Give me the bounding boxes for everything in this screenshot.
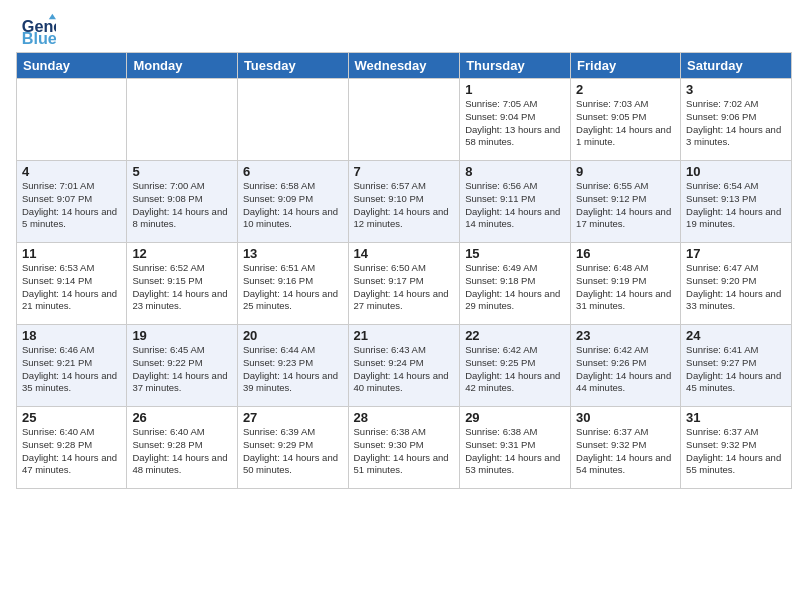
day-number: 28	[354, 410, 455, 425]
day-info: Sunrise: 6:37 AM Sunset: 9:32 PM Dayligh…	[686, 426, 786, 477]
day-number: 1	[465, 82, 565, 97]
day-info: Sunrise: 6:51 AM Sunset: 9:16 PM Dayligh…	[243, 262, 343, 313]
day-number: 31	[686, 410, 786, 425]
calendar-cell: 6Sunrise: 6:58 AM Sunset: 9:09 PM Daylig…	[237, 161, 348, 243]
day-number: 10	[686, 164, 786, 179]
calendar-cell: 16Sunrise: 6:48 AM Sunset: 9:19 PM Dayli…	[571, 243, 681, 325]
day-number: 7	[354, 164, 455, 179]
logo-icon: General Blue	[20, 12, 56, 48]
calendar-cell: 14Sunrise: 6:50 AM Sunset: 9:17 PM Dayli…	[348, 243, 460, 325]
week-row-4: 18Sunrise: 6:46 AM Sunset: 9:21 PM Dayli…	[17, 325, 792, 407]
day-info: Sunrise: 6:53 AM Sunset: 9:14 PM Dayligh…	[22, 262, 121, 313]
day-info: Sunrise: 7:05 AM Sunset: 9:04 PM Dayligh…	[465, 98, 565, 149]
weekday-header-tuesday: Tuesday	[237, 53, 348, 79]
day-info: Sunrise: 6:37 AM Sunset: 9:32 PM Dayligh…	[576, 426, 675, 477]
week-row-5: 25Sunrise: 6:40 AM Sunset: 9:28 PM Dayli…	[17, 407, 792, 489]
day-number: 2	[576, 82, 675, 97]
day-number: 23	[576, 328, 675, 343]
day-info: Sunrise: 6:55 AM Sunset: 9:12 PM Dayligh…	[576, 180, 675, 231]
weekday-header-sunday: Sunday	[17, 53, 127, 79]
calendar-cell: 18Sunrise: 6:46 AM Sunset: 9:21 PM Dayli…	[17, 325, 127, 407]
day-info: Sunrise: 6:52 AM Sunset: 9:15 PM Dayligh…	[132, 262, 232, 313]
day-info: Sunrise: 6:38 AM Sunset: 9:31 PM Dayligh…	[465, 426, 565, 477]
day-info: Sunrise: 6:43 AM Sunset: 9:24 PM Dayligh…	[354, 344, 455, 395]
day-info: Sunrise: 6:47 AM Sunset: 9:20 PM Dayligh…	[686, 262, 786, 313]
calendar-cell: 8Sunrise: 6:56 AM Sunset: 9:11 PM Daylig…	[460, 161, 571, 243]
day-info: Sunrise: 6:40 AM Sunset: 9:28 PM Dayligh…	[132, 426, 232, 477]
day-number: 16	[576, 246, 675, 261]
day-info: Sunrise: 6:42 AM Sunset: 9:25 PM Dayligh…	[465, 344, 565, 395]
calendar-cell: 21Sunrise: 6:43 AM Sunset: 9:24 PM Dayli…	[348, 325, 460, 407]
day-number: 25	[22, 410, 121, 425]
calendar-cell: 30Sunrise: 6:37 AM Sunset: 9:32 PM Dayli…	[571, 407, 681, 489]
calendar-cell	[348, 79, 460, 161]
day-number: 11	[22, 246, 121, 261]
day-info: Sunrise: 6:56 AM Sunset: 9:11 PM Dayligh…	[465, 180, 565, 231]
calendar-cell: 12Sunrise: 6:52 AM Sunset: 9:15 PM Dayli…	[127, 243, 238, 325]
day-info: Sunrise: 7:02 AM Sunset: 9:06 PM Dayligh…	[686, 98, 786, 149]
calendar-cell: 27Sunrise: 6:39 AM Sunset: 9:29 PM Dayli…	[237, 407, 348, 489]
day-number: 14	[354, 246, 455, 261]
calendar-cell: 26Sunrise: 6:40 AM Sunset: 9:28 PM Dayli…	[127, 407, 238, 489]
svg-text:Blue: Blue	[22, 29, 56, 47]
day-number: 9	[576, 164, 675, 179]
header: General Blue	[0, 0, 792, 52]
calendar-wrapper: SundayMondayTuesdayWednesdayThursdayFrid…	[0, 52, 792, 495]
calendar-cell: 9Sunrise: 6:55 AM Sunset: 9:12 PM Daylig…	[571, 161, 681, 243]
calendar-cell: 7Sunrise: 6:57 AM Sunset: 9:10 PM Daylig…	[348, 161, 460, 243]
calendar-cell: 19Sunrise: 6:45 AM Sunset: 9:22 PM Dayli…	[127, 325, 238, 407]
week-row-3: 11Sunrise: 6:53 AM Sunset: 9:14 PM Dayli…	[17, 243, 792, 325]
page-container: General Blue SundayMondayTuesdayWednesda…	[0, 0, 792, 495]
day-number: 3	[686, 82, 786, 97]
day-info: Sunrise: 7:03 AM Sunset: 9:05 PM Dayligh…	[576, 98, 675, 149]
day-info: Sunrise: 6:54 AM Sunset: 9:13 PM Dayligh…	[686, 180, 786, 231]
day-info: Sunrise: 6:39 AM Sunset: 9:29 PM Dayligh…	[243, 426, 343, 477]
calendar-cell	[127, 79, 238, 161]
weekday-header-saturday: Saturday	[681, 53, 792, 79]
day-number: 13	[243, 246, 343, 261]
calendar-cell: 13Sunrise: 6:51 AM Sunset: 9:16 PM Dayli…	[237, 243, 348, 325]
calendar-cell: 5Sunrise: 7:00 AM Sunset: 9:08 PM Daylig…	[127, 161, 238, 243]
logo: General Blue	[20, 12, 56, 48]
calendar-cell: 28Sunrise: 6:38 AM Sunset: 9:30 PM Dayli…	[348, 407, 460, 489]
calendar-cell: 22Sunrise: 6:42 AM Sunset: 9:25 PM Dayli…	[460, 325, 571, 407]
calendar-cell	[17, 79, 127, 161]
day-number: 24	[686, 328, 786, 343]
day-info: Sunrise: 6:50 AM Sunset: 9:17 PM Dayligh…	[354, 262, 455, 313]
calendar-cell: 1Sunrise: 7:05 AM Sunset: 9:04 PM Daylig…	[460, 79, 571, 161]
day-number: 27	[243, 410, 343, 425]
day-number: 15	[465, 246, 565, 261]
day-number: 22	[465, 328, 565, 343]
day-number: 5	[132, 164, 232, 179]
day-info: Sunrise: 6:38 AM Sunset: 9:30 PM Dayligh…	[354, 426, 455, 477]
day-number: 19	[132, 328, 232, 343]
day-number: 21	[354, 328, 455, 343]
day-number: 12	[132, 246, 232, 261]
calendar-cell: 15Sunrise: 6:49 AM Sunset: 9:18 PM Dayli…	[460, 243, 571, 325]
day-number: 8	[465, 164, 565, 179]
day-info: Sunrise: 6:49 AM Sunset: 9:18 PM Dayligh…	[465, 262, 565, 313]
day-info: Sunrise: 7:00 AM Sunset: 9:08 PM Dayligh…	[132, 180, 232, 231]
calendar-cell: 24Sunrise: 6:41 AM Sunset: 9:27 PM Dayli…	[681, 325, 792, 407]
weekday-header-thursday: Thursday	[460, 53, 571, 79]
day-number: 29	[465, 410, 565, 425]
weekday-header-row: SundayMondayTuesdayWednesdayThursdayFrid…	[17, 53, 792, 79]
day-number: 6	[243, 164, 343, 179]
day-info: Sunrise: 6:40 AM Sunset: 9:28 PM Dayligh…	[22, 426, 121, 477]
day-info: Sunrise: 6:41 AM Sunset: 9:27 PM Dayligh…	[686, 344, 786, 395]
day-info: Sunrise: 6:48 AM Sunset: 9:19 PM Dayligh…	[576, 262, 675, 313]
weekday-header-monday: Monday	[127, 53, 238, 79]
calendar-cell: 10Sunrise: 6:54 AM Sunset: 9:13 PM Dayli…	[681, 161, 792, 243]
day-info: Sunrise: 6:44 AM Sunset: 9:23 PM Dayligh…	[243, 344, 343, 395]
day-number: 18	[22, 328, 121, 343]
day-number: 4	[22, 164, 121, 179]
calendar-cell: 17Sunrise: 6:47 AM Sunset: 9:20 PM Dayli…	[681, 243, 792, 325]
weekday-header-friday: Friday	[571, 53, 681, 79]
day-info: Sunrise: 6:57 AM Sunset: 9:10 PM Dayligh…	[354, 180, 455, 231]
calendar-cell: 20Sunrise: 6:44 AM Sunset: 9:23 PM Dayli…	[237, 325, 348, 407]
calendar-cell: 3Sunrise: 7:02 AM Sunset: 9:06 PM Daylig…	[681, 79, 792, 161]
calendar-cell	[237, 79, 348, 161]
calendar-table: SundayMondayTuesdayWednesdayThursdayFrid…	[16, 52, 792, 489]
weekday-header-wednesday: Wednesday	[348, 53, 460, 79]
day-info: Sunrise: 6:58 AM Sunset: 9:09 PM Dayligh…	[243, 180, 343, 231]
